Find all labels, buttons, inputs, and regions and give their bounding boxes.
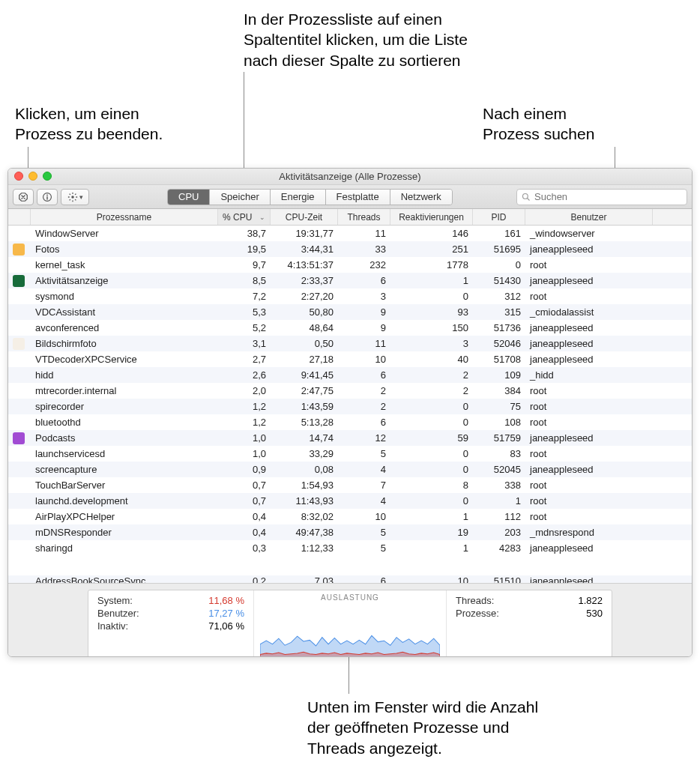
cell-time: 0,08 [271,462,338,477]
table-row[interactable]: bluetoothd1,25:13,2860108root [8,414,692,430]
col-cputime[interactable]: CPU-Zeit [271,209,338,225]
cell-cpu: 1,0 [218,446,271,462]
table-row[interactable]: launchd.development0,711:43,93401root [8,493,692,509]
tab-cpu[interactable]: CPU [168,190,210,205]
process-list[interactable]: WindowServer38,719:31,7711146161_windows… [8,226,692,575]
info-button[interactable] [37,189,58,205]
tab-energie[interactable]: Energie [271,190,326,205]
titlebar: Aktivitätsanzeige (Alle Prozesse) [8,169,692,185]
table-row[interactable]: hidd2,69:41,4562109_hidd [8,367,692,383]
table-row[interactable]: AirPlayXPCHelper0,48:32,02101112root [8,509,692,524]
table-row[interactable]: screencapture0,90,084052045janeappleseed [8,462,692,477]
cell-threads: 5 [338,446,390,462]
cell-user: root [525,288,653,304]
table-row[interactable]: Bildschirmfoto3,10,5011352046janeapplese… [8,336,692,351]
cell-pid: 108 [473,414,525,430]
cell-cpu: 2,7 [218,351,271,367]
footer-chart: AUSLASTUNG [253,590,447,657]
cell-wake: 0 [390,462,473,477]
app-icon [13,275,25,287]
table-row[interactable]: launchservicesd1,033,295083root [8,446,692,462]
search-icon [522,193,531,202]
cell-threads: 33 [338,241,390,257]
cell-user: _windowserver [525,226,653,241]
table-row[interactable]: spirecorder1,21:43,592075root [8,399,692,414]
cell-cpu: 0,7 [218,493,271,509]
svg-point-4 [523,193,528,199]
col-user[interactable]: Benutzer [525,209,653,225]
cell-user: _cmiodalassist [525,304,653,320]
search-field-wrap[interactable] [516,189,687,205]
cpu-usage-chart [260,603,440,657]
cell-name: avconferenced [31,320,218,336]
cell-user: janeappleseed [525,351,653,367]
table-row[interactable]: kernel_task9,74:13:51:3723217780root [8,257,692,273]
table-row-cut[interactable]: AddressBookSourceSync 0,2 7,03 6 10 5151… [8,575,692,583]
col-spacer [8,209,31,225]
cell-pid: 52046 [473,336,525,351]
search-input[interactable] [534,191,682,202]
cell-user: root [525,399,653,414]
app-icon [13,338,25,350]
cell-threads: 4 [338,493,390,509]
cell-threads: 5 [338,540,390,556]
cell-user: root [525,509,653,524]
table-row[interactable]: avconferenced5,248,64915051736janeapples… [8,320,692,336]
col-wakeups[interactable]: Reaktivierungen [390,209,473,225]
table-row[interactable]: WindowServer38,719:31,7711146161_windows… [8,226,692,241]
traffic-lights [14,172,52,181]
stop-icon [18,192,28,202]
column-header-row: Prozessname % CPU⌄ CPU-Zeit Threads Reak… [8,209,692,226]
footer-area: System:11,68 % Benutzer:17,27 % Inaktiv:… [8,583,692,657]
cell-wake: 3 [390,336,473,351]
cell-name: VDCAssistant [31,304,218,320]
cell-name: kernel_task [31,257,218,273]
cell-pid: 51736 [473,320,525,336]
minimize-button[interactable] [28,172,37,181]
cell-cpu: 9,7 [218,257,271,273]
cell-pid: 51759 [473,430,525,446]
zoom-button[interactable] [43,172,52,181]
close-button[interactable] [14,172,23,181]
cell-name: Fotos [31,241,218,257]
callout-line-bottom-v [349,652,349,694]
info-icon [42,192,52,202]
table-row[interactable]: mDNSResponder0,449:47,38519203_mdnsrespo… [8,524,692,540]
cell-user: janeappleseed [525,462,653,477]
quit-process-button[interactable] [13,189,34,205]
cell-threads: 7 [338,477,390,493]
cell-name: hidd [31,367,218,383]
table-row[interactable]: VTDecoderXPCService2,727,18104051708jane… [8,351,692,367]
svg-rect-2 [46,196,47,199]
tab-speicher[interactable]: Speicher [210,190,270,205]
footer-processes-value: 530 [586,608,603,619]
cell-time: 11:43,93 [271,493,338,509]
col-pid[interactable]: PID [473,209,525,225]
tab-festplatte[interactable]: Festplatte [326,190,390,205]
app-icon [13,432,25,444]
table-row[interactable]: Podcasts1,014,74125951759janeappleseed [8,430,692,446]
cell-cpu: 5,2 [218,320,271,336]
table-row[interactable]: Aktivitätsanzeige8,52:33,376151430janeap… [8,273,692,288]
cell-name: TouchBarServer [31,477,218,493]
table-row[interactable]: Fotos19,53:44,313325151695janeappleseed [8,241,692,257]
cell-user: root [525,257,653,273]
cell-user: janeappleseed [525,430,653,446]
col-processname[interactable]: Prozessname [31,209,218,225]
col-cpu[interactable]: % CPU⌄ [218,209,271,225]
table-row[interactable]: VDCAssistant5,350,80993315_cmiodalassist [8,304,692,320]
col-threads[interactable]: Threads [338,209,390,225]
cell-wake: 2 [390,367,473,383]
cell-time: 2:47,75 [271,383,338,399]
cell-user: root [525,383,653,399]
table-row[interactable]: sharingd0,31:12,33514283janeappleseed [8,540,692,556]
table-row[interactable]: mtrecorder.internal2,02:47,7522384root [8,383,692,399]
table-row[interactable]: sysmond7,22:27,2030312root [8,288,692,304]
action-menu-button[interactable]: ▾ [61,189,89,205]
cell-pid: 312 [473,288,525,304]
tab-netzwerk[interactable]: Netzwerk [390,190,452,205]
table-row[interactable]: TouchBarServer0,71:54,9378338root [8,477,692,493]
footer-processes-label: Prozesse: [456,608,499,619]
cell-threads: 3 [338,288,390,304]
cell-name: AirPlayXPCHelper [31,509,218,524]
